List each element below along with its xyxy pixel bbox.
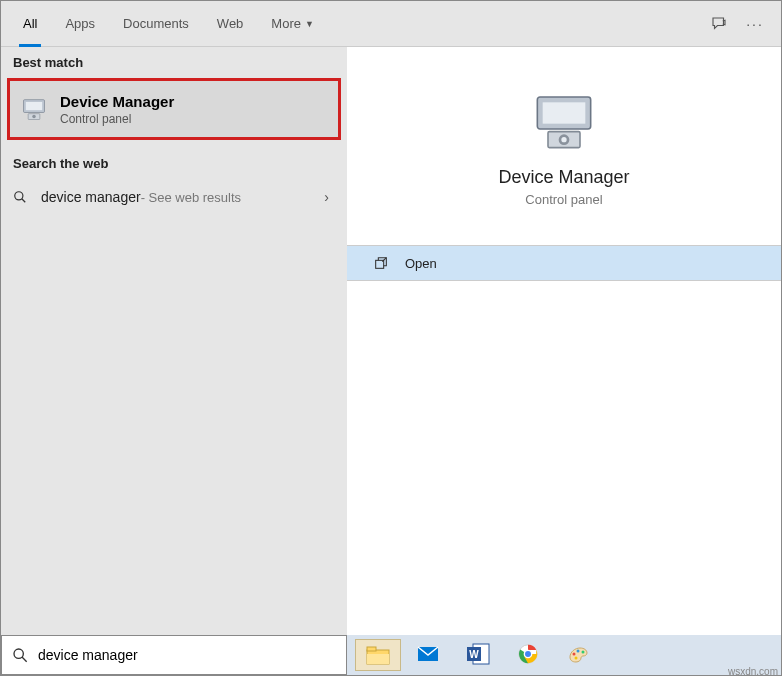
search-body: Best match Device Manager Control panel … — [1, 47, 781, 635]
chevron-down-icon: ▼ — [305, 19, 314, 29]
svg-rect-16 — [367, 654, 389, 664]
svg-rect-1 — [26, 102, 42, 110]
svg-point-26 — [582, 651, 585, 654]
section-search-web: Search the web — [1, 148, 347, 177]
preview-title: Device Manager — [365, 167, 763, 188]
taskbar-paint[interactable] — [555, 639, 601, 671]
tab-apps[interactable]: Apps — [51, 1, 109, 47]
web-search-result[interactable]: device manager - See web results › — [1, 177, 347, 217]
svg-text:W: W — [469, 649, 479, 660]
search-input[interactable] — [38, 647, 336, 663]
open-icon — [373, 255, 391, 271]
device-manager-icon — [20, 95, 48, 123]
svg-point-27 — [575, 657, 578, 660]
web-query: device manager — [41, 189, 141, 205]
search-bar[interactable] — [1, 635, 347, 675]
taskbar: W — [347, 635, 781, 675]
taskbar-word[interactable]: W — [455, 639, 501, 671]
taskbar-file-explorer[interactable] — [355, 639, 401, 671]
chevron-right-icon: › — [324, 189, 329, 205]
svg-point-25 — [577, 650, 580, 653]
web-hint: - See web results — [141, 190, 241, 205]
best-match-subtitle: Control panel — [60, 112, 174, 126]
more-options-icon[interactable]: ··· — [737, 1, 773, 47]
preview-card: Device Manager Control panel — [365, 71, 763, 233]
tab-web[interactable]: Web — [203, 1, 258, 47]
results-pane: Best match Device Manager Control panel … — [1, 47, 347, 635]
best-match-text: Device Manager Control panel — [60, 93, 174, 126]
watermark: wsxdn.com — [728, 666, 778, 677]
search-icon — [13, 190, 33, 204]
tab-all[interactable]: All — [9, 1, 51, 47]
taskbar-mail[interactable] — [405, 639, 451, 671]
tab-more[interactable]: More ▼ — [257, 1, 328, 47]
device-manager-icon — [532, 89, 596, 153]
search-icon — [12, 647, 28, 663]
best-match-title: Device Manager — [60, 93, 174, 110]
svg-rect-15 — [367, 647, 376, 651]
open-button[interactable]: Open — [347, 245, 781, 281]
svg-line-5 — [22, 199, 26, 203]
svg-point-10 — [561, 137, 566, 142]
preview-pane: Device Manager Control panel Open — [347, 47, 781, 635]
taskbar-chrome[interactable] — [505, 639, 551, 671]
section-best-match: Best match — [1, 47, 347, 76]
svg-point-4 — [15, 192, 23, 200]
svg-point-3 — [32, 115, 36, 119]
svg-line-13 — [22, 657, 27, 662]
svg-rect-7 — [543, 102, 586, 123]
tab-documents[interactable]: Documents — [109, 1, 203, 47]
open-label: Open — [405, 256, 437, 271]
search-tabs: All Apps Documents Web More ▼ ··· — [1, 1, 781, 47]
svg-point-23 — [524, 650, 531, 657]
svg-point-24 — [573, 653, 576, 656]
best-match-result[interactable]: Device Manager Control panel — [7, 78, 341, 140]
tab-more-label: More — [271, 16, 301, 31]
feedback-icon[interactable] — [701, 1, 737, 47]
preview-subtitle: Control panel — [365, 192, 763, 207]
windows-search-panel: All Apps Documents Web More ▼ ··· Best m… — [0, 0, 782, 676]
svg-point-12 — [14, 649, 23, 658]
